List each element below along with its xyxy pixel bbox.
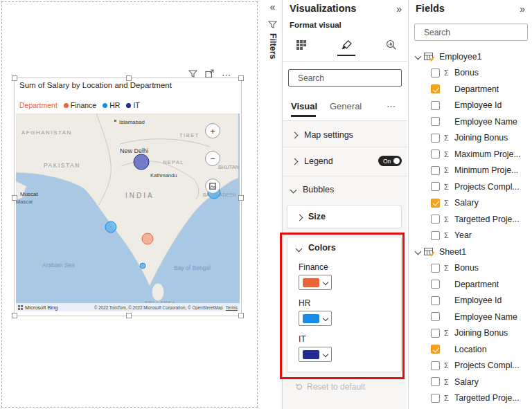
fields-search-input[interactable] — [423, 27, 532, 38]
format-search-box[interactable] — [288, 69, 402, 87]
field-row[interactable]: ΣJoining Bonus — [414, 325, 531, 342]
bubble-hr-west[interactable] — [105, 221, 116, 233]
field-label: Targetted Proje... — [454, 393, 520, 403]
field-checkbox[interactable] — [431, 329, 440, 338]
bing-brand: Microsoft Bing — [25, 305, 58, 311]
field-checkbox[interactable] — [431, 166, 440, 175]
expand-filters-icon[interactable]: « — [263, 1, 282, 12]
field-row[interactable]: ΣJoining Bonus — [414, 130, 531, 147]
field-checkbox[interactable] — [431, 117, 440, 126]
build-visual-icon[interactable] — [291, 36, 312, 54]
field-checkbox[interactable] — [431, 69, 440, 78]
field-row[interactable]: Employee Id — [414, 98, 531, 114]
resize-handle[interactable] — [238, 75, 244, 81]
table-row-employee1[interactable]: Employee1 — [414, 48, 531, 65]
field-checkbox[interactable] — [431, 149, 440, 158]
field-row[interactable]: Location — [414, 341, 531, 358]
section-legend[interactable]: Legend On — [283, 147, 407, 176]
field-checkbox[interactable] — [431, 361, 440, 370]
legend-dot-it — [126, 103, 131, 108]
bubble-finance[interactable] — [142, 233, 153, 244]
field-checkbox[interactable] — [431, 199, 440, 208]
section-map-settings[interactable]: Map settings — [283, 123, 407, 147]
colors-card[interactable]: Colors Finance HR IT — [287, 237, 402, 372]
fields-tree: Employee1 ΣBonus Department Employee Id … — [414, 48, 531, 406]
field-row[interactable]: ΣYear — [414, 228, 531, 244]
resize-handle[interactable] — [238, 195, 244, 201]
section-bubbles[interactable]: Bubbles — [283, 176, 407, 203]
fields-search-box[interactable] — [414, 24, 528, 41]
field-row[interactable]: ΣSalary — [414, 195, 531, 212]
sigma-icon: Σ — [440, 378, 454, 386]
legend-toggle[interactable]: On — [378, 156, 402, 166]
finance-color-dropdown[interactable] — [299, 275, 332, 290]
resize-handle[interactable] — [12, 195, 17, 201]
resize-handle[interactable] — [126, 75, 132, 81]
field-row[interactable]: ΣTargetted Proje... — [414, 211, 531, 228]
tabs-more-icon[interactable]: ⋯ — [387, 101, 396, 111]
field-row[interactable]: Employee Name — [414, 113, 531, 130]
field-row[interactable]: ΣMaximum Proje... — [414, 146, 531, 163]
hr-color-dropdown[interactable] — [299, 311, 332, 326]
chevron-down-icon — [415, 248, 422, 255]
field-checkbox[interactable] — [431, 101, 440, 110]
resize-handle[interactable] — [12, 75, 17, 81]
filters-funnel-icon[interactable] — [268, 19, 277, 32]
resize-handle[interactable] — [12, 313, 17, 318]
sigma-icon: Σ — [440, 361, 454, 370]
field-row[interactable]: Department — [414, 81, 531, 98]
analytics-icon[interactable] — [381, 36, 402, 54]
field-checkbox[interactable] — [431, 312, 440, 321]
field-checkbox[interactable] — [431, 231, 440, 240]
field-checkbox[interactable] — [431, 280, 440, 289]
field-row[interactable]: ΣSalary — [414, 374, 531, 390]
resize-handle[interactable] — [238, 313, 244, 318]
format-sections: Map settings Legend On Bubbles Size — [283, 121, 407, 409]
legend-item-hr[interactable]: HR — [103, 101, 120, 109]
label-new-delhi: New Delhi — [120, 147, 148, 154]
field-checkbox[interactable] — [431, 345, 440, 354]
tab-visual[interactable]: Visual — [291, 101, 317, 111]
field-row[interactable]: ΣBonus — [414, 65, 531, 82]
zoom-out-button[interactable]: − — [205, 151, 220, 166]
bubble-hr-small[interactable] — [140, 263, 145, 269]
format-search-input[interactable] — [296, 73, 407, 84]
size-card[interactable]: Size — [287, 205, 402, 228]
field-row[interactable]: ΣProjects Compl... — [414, 179, 531, 195]
field-checkbox[interactable] — [431, 84, 440, 93]
it-color-swatch — [303, 350, 319, 359]
field-checkbox[interactable] — [431, 296, 440, 305]
format-visual-icon[interactable] — [336, 36, 357, 54]
field-row[interactable]: ΣProjects Compl... — [414, 358, 531, 374]
terms-link[interactable]: Terms — [226, 305, 238, 310]
tab-general[interactable]: General — [330, 101, 362, 111]
active-tab-underline — [291, 115, 316, 117]
field-row[interactable]: Department — [414, 276, 531, 293]
legend-item-it[interactable]: IT — [126, 101, 139, 109]
it-color-dropdown[interactable] — [299, 347, 332, 362]
field-row[interactable]: ΣTargetted Proje... — [414, 390, 531, 407]
field-checkbox[interactable] — [431, 377, 440, 386]
table-row-sheet1[interactable]: Sheet1 — [414, 244, 531, 260]
legend-item-finance[interactable]: Finance — [64, 101, 96, 109]
field-row[interactable]: ΣBonus — [414, 260, 531, 277]
collapse-visualizations-icon[interactable]: » — [396, 3, 402, 15]
filters-pane-label[interactable]: Filters — [268, 33, 278, 60]
field-checkbox[interactable] — [431, 134, 440, 143]
map-visual[interactable]: Sum of Salary by Location and Department… — [14, 78, 242, 316]
bing-map[interactable]: AFGHANISTAN Islamabad TIBET PAKISTAN New… — [16, 113, 240, 311]
field-row[interactable]: Employee Name — [414, 309, 531, 325]
chevron-down-icon — [323, 352, 328, 357]
field-checkbox[interactable] — [431, 264, 440, 273]
field-checkbox[interactable] — [431, 394, 440, 403]
zoom-in-button[interactable]: + — [205, 123, 220, 138]
field-row[interactable]: Employee Id — [414, 293, 531, 309]
collapse-fields-icon[interactable]: » — [520, 3, 525, 15]
bubble-it-delhi[interactable] — [134, 154, 149, 170]
field-checkbox[interactable] — [431, 215, 440, 224]
field-checkbox[interactable] — [431, 182, 440, 191]
field-label: Joining Bonus — [454, 133, 508, 143]
map-view-button[interactable] — [205, 179, 220, 194]
resize-handle[interactable] — [126, 313, 132, 318]
field-row[interactable]: ΣMinimum Proje... — [414, 163, 531, 179]
